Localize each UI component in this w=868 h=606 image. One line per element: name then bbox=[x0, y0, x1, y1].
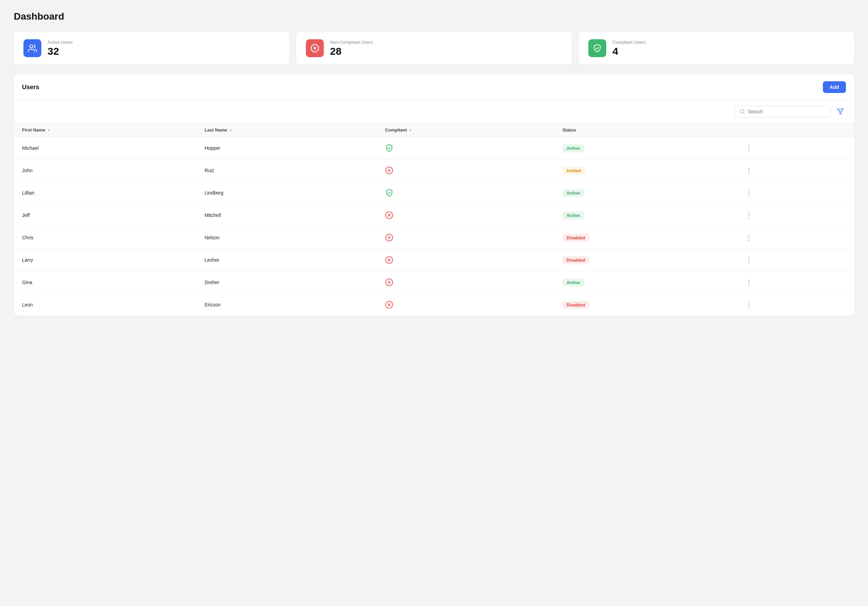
non-compliant-icon-container bbox=[306, 39, 324, 57]
cell-compliant bbox=[377, 204, 554, 227]
col-header-first-name[interactable]: First Name ▾ bbox=[14, 123, 196, 137]
svg-marker-6 bbox=[838, 109, 843, 114]
table-row: Jeff Mitchell Active ⋮ bbox=[14, 204, 854, 227]
cell-last-name: Lindberg bbox=[196, 182, 377, 204]
add-user-button[interactable]: Add bbox=[823, 81, 846, 93]
row-menu-button[interactable]: ⋮ bbox=[742, 210, 755, 221]
cell-last-name: Mitchell bbox=[196, 204, 377, 227]
active-users-value: 32 bbox=[48, 45, 73, 57]
search-icon bbox=[739, 109, 745, 114]
table-row: Michael Hopper Active ⋮ bbox=[14, 137, 854, 159]
row-menu-button[interactable]: ⋮ bbox=[742, 254, 755, 266]
compliant-icon-container bbox=[588, 39, 606, 57]
cell-compliant bbox=[377, 182, 554, 204]
cell-compliant bbox=[377, 159, 554, 182]
row-menu-button[interactable]: ⋮ bbox=[742, 299, 755, 310]
svg-line-5 bbox=[743, 113, 744, 114]
users-table: First Name ▾ Last Name ▾ Compliant ▾ Sta… bbox=[14, 123, 854, 316]
col-header-actions bbox=[734, 123, 854, 137]
cell-actions: ⋮ bbox=[734, 159, 854, 182]
active-users-icon-container bbox=[23, 39, 41, 57]
table-row: John Ruiz Invited ⋮ bbox=[14, 159, 854, 182]
cell-last-name: Ericson bbox=[196, 294, 377, 316]
status-badge: Active bbox=[563, 189, 584, 197]
cell-status: Active bbox=[554, 271, 734, 294]
row-menu-button[interactable]: ⋮ bbox=[742, 165, 755, 176]
status-badge: Disabled bbox=[563, 234, 589, 242]
compliant-no-icon bbox=[385, 166, 546, 175]
cell-first-name: Jeff bbox=[14, 204, 196, 227]
col-header-compliant[interactable]: Compliant ▾ bbox=[377, 123, 554, 137]
cell-actions: ⋮ bbox=[734, 204, 854, 227]
cell-status: Active bbox=[554, 182, 734, 204]
table-row: Gina Dreher Active ⋮ bbox=[14, 271, 854, 294]
cell-compliant bbox=[377, 271, 554, 294]
users-card-header: Users Add bbox=[14, 74, 854, 100]
col-header-last-name[interactable]: Last Name ▾ bbox=[196, 123, 377, 137]
active-users-label: Active Users bbox=[48, 40, 73, 45]
cell-last-name: Nelson bbox=[196, 227, 377, 249]
compliant-no-icon bbox=[385, 233, 546, 242]
filter-button[interactable] bbox=[835, 106, 846, 117]
row-menu-button[interactable]: ⋮ bbox=[742, 187, 755, 198]
table-row: Chris Nelson Disabled ⋮ bbox=[14, 227, 854, 249]
status-badge: Active bbox=[563, 144, 584, 152]
compliant-no-icon bbox=[385, 278, 546, 286]
stat-card-active-users: Active Users 32 bbox=[14, 32, 289, 65]
cell-first-name: Chris bbox=[14, 227, 196, 249]
users-icon bbox=[28, 44, 37, 53]
compliant-no-icon bbox=[385, 211, 546, 220]
row-menu-button[interactable]: ⋮ bbox=[742, 232, 755, 243]
status-badge: Active bbox=[563, 278, 584, 286]
row-menu-button[interactable]: ⋮ bbox=[742, 277, 755, 288]
cell-first-name: Michael bbox=[14, 137, 196, 159]
status-badge: Invited bbox=[563, 167, 585, 175]
status-badge: Active bbox=[563, 212, 584, 220]
cell-compliant bbox=[377, 294, 554, 316]
compliant-label: Compliant Users bbox=[612, 40, 645, 45]
status-badge: Disabled bbox=[563, 256, 589, 264]
cell-compliant bbox=[377, 137, 554, 159]
cell-status: Active bbox=[554, 137, 734, 159]
cell-compliant bbox=[377, 227, 554, 249]
cell-compliant bbox=[377, 249, 554, 271]
compliant-no-icon bbox=[385, 301, 546, 309]
active-users-info: Active Users 32 bbox=[48, 40, 73, 57]
status-badge: Disabled bbox=[563, 301, 589, 309]
users-section-title: Users bbox=[22, 83, 39, 91]
row-menu-button[interactable]: ⋮ bbox=[742, 142, 755, 153]
cell-first-name: Larry bbox=[14, 249, 196, 271]
compliant-no-icon bbox=[385, 256, 546, 264]
stat-card-compliant: Compliant Users 4 bbox=[579, 32, 854, 65]
cell-status: Disabled bbox=[554, 227, 734, 249]
table-header-row: First Name ▾ Last Name ▾ Compliant ▾ Sta… bbox=[14, 123, 854, 137]
cell-actions: ⋮ bbox=[734, 137, 854, 159]
sort-icon-last-name: ▾ bbox=[230, 128, 231, 132]
cell-status: Disabled bbox=[554, 249, 734, 271]
cell-first-name: Gina bbox=[14, 271, 196, 294]
cell-status: Invited bbox=[554, 159, 734, 182]
filter-icon bbox=[837, 108, 844, 115]
search-input[interactable] bbox=[748, 109, 826, 114]
non-compliant-value: 28 bbox=[330, 45, 373, 57]
table-toolbar bbox=[14, 100, 854, 123]
col-header-status: Status bbox=[554, 123, 734, 137]
page-title: Dashboard bbox=[14, 11, 854, 22]
compliant-info: Compliant Users 4 bbox=[612, 40, 645, 57]
cell-first-name: Lillian bbox=[14, 182, 196, 204]
table-row: Lillian Lindberg Active ⋮ bbox=[14, 182, 854, 204]
cell-last-name: Dreher bbox=[196, 271, 377, 294]
cell-first-name: Leon bbox=[14, 294, 196, 316]
cell-actions: ⋮ bbox=[734, 182, 854, 204]
cell-first-name: John bbox=[14, 159, 196, 182]
non-compliant-info: Non-Compliant Users 28 bbox=[330, 40, 373, 57]
non-compliant-label: Non-Compliant Users bbox=[330, 40, 373, 45]
cell-last-name: Hopper bbox=[196, 137, 377, 159]
table-row: Leon Ericson Disabled ⋮ bbox=[14, 294, 854, 316]
compliant-yes-icon bbox=[385, 189, 546, 197]
cell-status: Disabled bbox=[554, 294, 734, 316]
sort-icon-compliant: ▾ bbox=[409, 128, 411, 132]
table-row: Larry Lesher Disabled ⋮ bbox=[14, 249, 854, 271]
svg-point-0 bbox=[29, 45, 33, 48]
cell-actions: ⋮ bbox=[734, 249, 854, 271]
